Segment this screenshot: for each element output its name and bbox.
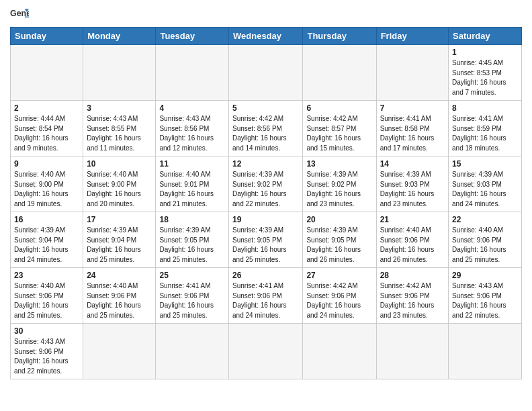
calendar-table: SundayMondayTuesdayWednesdayThursdayFrid… [10, 27, 522, 379]
day-info: Sunrise: 4:40 AM Sunset: 9:06 PM Dayligh… [14, 281, 79, 320]
day-info: Sunrise: 4:43 AM Sunset: 9:06 PM Dayligh… [452, 281, 518, 320]
calendar-cell: 28Sunrise: 4:42 AM Sunset: 9:06 PM Dayli… [376, 268, 448, 324]
day-info: Sunrise: 4:43 AM Sunset: 9:06 PM Dayligh… [14, 337, 79, 376]
day-number: 9 [14, 159, 79, 169]
generalblue-logo-icon: General Blue [10, 7, 29, 21]
calendar-cell: 17Sunrise: 4:39 AM Sunset: 9:04 PM Dayli… [83, 212, 156, 268]
calendar-cell: 14Sunrise: 4:39 AM Sunset: 9:03 PM Dayli… [376, 156, 448, 212]
day-number: 13 [306, 159, 372, 169]
calendar-cell: 10Sunrise: 4:40 AM Sunset: 9:00 PM Dayli… [83, 156, 156, 212]
day-number: 20 [306, 215, 372, 224]
calendar-cell: 6Sunrise: 4:42 AM Sunset: 8:57 PM Daylig… [303, 101, 376, 156]
day-number: 19 [232, 215, 299, 224]
day-number: 2 [14, 103, 79, 113]
calendar-cell: 2Sunrise: 4:44 AM Sunset: 8:54 PM Daylig… [11, 101, 83, 156]
day-info: Sunrise: 4:44 AM Sunset: 8:54 PM Dayligh… [14, 114, 79, 153]
weekday-header-row: SundayMondayTuesdayWednesdayThursdayFrid… [11, 28, 522, 45]
day-info: Sunrise: 4:39 AM Sunset: 9:04 PM Dayligh… [14, 226, 79, 265]
day-number: 22 [452, 215, 518, 224]
day-info: Sunrise: 4:39 AM Sunset: 9:05 PM Dayligh… [306, 226, 372, 265]
calendar-cell: 19Sunrise: 4:39 AM Sunset: 9:05 PM Dayli… [229, 212, 303, 268]
day-info: Sunrise: 4:40 AM Sunset: 9:06 PM Dayligh… [87, 281, 152, 320]
week-row-2: 9Sunrise: 4:40 AM Sunset: 9:00 PM Daylig… [11, 156, 522, 212]
week-row-0: 1Sunrise: 4:45 AM Sunset: 8:53 PM Daylig… [11, 45, 522, 101]
calendar-cell: 7Sunrise: 4:41 AM Sunset: 8:58 PM Daylig… [376, 101, 448, 156]
weekday-header-monday: Monday [83, 28, 156, 45]
day-number: 5 [232, 103, 299, 113]
day-info: Sunrise: 4:39 AM Sunset: 9:03 PM Dayligh… [452, 170, 518, 209]
logo: General Blue [10, 7, 32, 21]
day-info: Sunrise: 4:39 AM Sunset: 9:05 PM Dayligh… [232, 226, 299, 265]
weekday-header-saturday: Saturday [449, 28, 522, 45]
day-info: Sunrise: 4:45 AM Sunset: 8:53 PM Dayligh… [452, 58, 518, 97]
calendar-cell: 3Sunrise: 4:43 AM Sunset: 8:55 PM Daylig… [83, 101, 156, 156]
day-info: Sunrise: 4:43 AM Sunset: 8:56 PM Dayligh… [159, 114, 225, 153]
weekday-header-friday: Friday [376, 28, 448, 45]
day-info: Sunrise: 4:41 AM Sunset: 8:58 PM Dayligh… [380, 114, 445, 153]
calendar-cell [83, 324, 156, 379]
day-number: 21 [380, 215, 445, 224]
calendar-cell [156, 324, 229, 379]
calendar-cell: 27Sunrise: 4:42 AM Sunset: 9:06 PM Dayli… [303, 268, 376, 324]
day-number: 26 [232, 271, 299, 280]
day-info: Sunrise: 4:40 AM Sunset: 9:01 PM Dayligh… [159, 170, 225, 209]
day-number: 10 [87, 159, 152, 169]
calendar-cell: 22Sunrise: 4:40 AM Sunset: 9:06 PM Dayli… [449, 212, 522, 268]
calendar-cell: 29Sunrise: 4:43 AM Sunset: 9:06 PM Dayli… [449, 268, 522, 324]
day-number: 29 [452, 271, 518, 280]
day-number: 6 [306, 103, 372, 113]
calendar-cell: 20Sunrise: 4:39 AM Sunset: 9:05 PM Dayli… [303, 212, 376, 268]
day-info: Sunrise: 4:39 AM Sunset: 9:03 PM Dayligh… [380, 170, 445, 209]
day-info: Sunrise: 4:41 AM Sunset: 8:59 PM Dayligh… [452, 114, 518, 153]
day-info: Sunrise: 4:41 AM Sunset: 9:06 PM Dayligh… [232, 281, 299, 320]
day-number: 18 [159, 215, 225, 224]
day-info: Sunrise: 4:40 AM Sunset: 9:00 PM Dayligh… [14, 170, 79, 209]
calendar-cell [376, 324, 448, 379]
day-number: 12 [232, 159, 299, 169]
day-info: Sunrise: 4:39 AM Sunset: 9:04 PM Dayligh… [87, 226, 152, 265]
page-header: General Blue [10, 7, 522, 21]
day-number: 16 [14, 215, 79, 224]
svg-text:Blue: Blue [25, 13, 29, 19]
calendar-cell [303, 324, 376, 379]
day-number: 23 [14, 271, 79, 280]
calendar-cell [83, 45, 156, 101]
day-info: Sunrise: 4:40 AM Sunset: 9:06 PM Dayligh… [452, 226, 518, 265]
day-info: Sunrise: 4:42 AM Sunset: 9:06 PM Dayligh… [306, 281, 372, 320]
week-row-4: 23Sunrise: 4:40 AM Sunset: 9:06 PM Dayli… [11, 268, 522, 324]
day-number: 3 [87, 103, 152, 113]
day-number: 4 [159, 103, 225, 113]
calendar-cell [449, 324, 522, 379]
day-number: 7 [380, 103, 445, 113]
day-info: Sunrise: 4:40 AM Sunset: 9:06 PM Dayligh… [380, 226, 445, 265]
calendar-cell: 11Sunrise: 4:40 AM Sunset: 9:01 PM Dayli… [156, 156, 229, 212]
calendar-cell [303, 45, 376, 101]
calendar-cell: 26Sunrise: 4:41 AM Sunset: 9:06 PM Dayli… [229, 268, 303, 324]
week-row-1: 2Sunrise: 4:44 AM Sunset: 8:54 PM Daylig… [11, 101, 522, 156]
week-row-3: 16Sunrise: 4:39 AM Sunset: 9:04 PM Dayli… [11, 212, 522, 268]
day-number: 17 [87, 215, 152, 224]
calendar-cell: 21Sunrise: 4:40 AM Sunset: 9:06 PM Dayli… [376, 212, 448, 268]
calendar-cell: 30Sunrise: 4:43 AM Sunset: 9:06 PM Dayli… [11, 324, 83, 379]
day-info: Sunrise: 4:42 AM Sunset: 9:06 PM Dayligh… [380, 281, 445, 320]
calendar-cell [376, 45, 448, 101]
day-number: 24 [87, 271, 152, 280]
calendar-cell: 23Sunrise: 4:40 AM Sunset: 9:06 PM Dayli… [11, 268, 83, 324]
weekday-header-tuesday: Tuesday [156, 28, 229, 45]
weekday-header-thursday: Thursday [303, 28, 376, 45]
day-number: 1 [452, 48, 518, 57]
day-info: Sunrise: 4:39 AM Sunset: 9:02 PM Dayligh… [306, 170, 372, 209]
calendar-cell: 24Sunrise: 4:40 AM Sunset: 9:06 PM Dayli… [83, 268, 156, 324]
day-number: 27 [306, 271, 372, 280]
calendar-cell: 15Sunrise: 4:39 AM Sunset: 9:03 PM Dayli… [449, 156, 522, 212]
calendar-cell: 4Sunrise: 4:43 AM Sunset: 8:56 PM Daylig… [156, 101, 229, 156]
calendar-cell: 1Sunrise: 4:45 AM Sunset: 8:53 PM Daylig… [449, 45, 522, 101]
calendar-cell [229, 45, 303, 101]
day-number: 11 [159, 159, 225, 169]
calendar-cell: 8Sunrise: 4:41 AM Sunset: 8:59 PM Daylig… [449, 101, 522, 156]
day-number: 8 [452, 103, 518, 113]
day-number: 30 [14, 326, 79, 336]
day-number: 15 [452, 159, 518, 169]
day-info: Sunrise: 4:43 AM Sunset: 8:55 PM Dayligh… [87, 114, 152, 153]
day-number: 28 [380, 271, 445, 280]
